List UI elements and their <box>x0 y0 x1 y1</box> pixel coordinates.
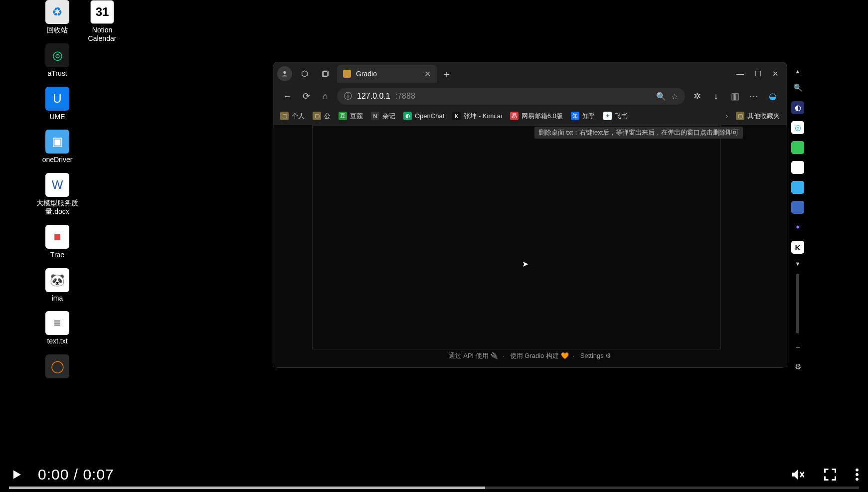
search-in-page-icon[interactable]: 🔍 <box>656 92 666 101</box>
collections-icon[interactable]: ▥ <box>728 89 742 103</box>
desktop-icon-label: Notion Calendar <box>80 26 125 43</box>
play-button[interactable] <box>9 467 24 482</box>
extensions-icon[interactable]: ✲ <box>690 89 704 103</box>
trae-icon: ■ <box>45 225 69 249</box>
desktop-icon-onedriver[interactable]: ▣ oneDriver <box>35 130 80 164</box>
video-menu-button[interactable] <box>855 467 859 482</box>
reload-button[interactable]: ⟳ <box>299 89 313 103</box>
tab-favicon-icon <box>343 70 351 78</box>
gradio-content-area: 删除桌面 txt：右键text后，等弹窗出来后，在弹出的窗口点击删除即可 ➤ <box>312 125 721 349</box>
desktop-icon-atrust[interactable]: ◎ aTrust <box>35 43 80 78</box>
url-box[interactable]: ⓘ 127.0.0.1:7888 🔍 ☆ <box>337 88 685 105</box>
bookmark-feishu[interactable]: ✦ 飞书 <box>603 112 628 121</box>
desktop-icon-ume[interactable]: U UME <box>35 87 80 121</box>
back-button[interactable]: ← <box>280 89 294 103</box>
site-icon: ◐ <box>403 112 412 120</box>
instruction-tooltip: 删除桌面 txt：右键text后，等弹窗出来后，在弹出的窗口点击删除即可 <box>534 127 743 139</box>
side-app2-icon[interactable]: ◎ <box>791 121 804 134</box>
bookmark-folder-personal[interactable]: ▢ 个人 <box>280 112 305 121</box>
side-settings-icon[interactable]: ⚙ <box>791 360 804 373</box>
atrust-icon: ◎ <box>45 43 69 67</box>
browser-side-panel: ▲ 🔍 ◐ ◎ ✦ K ▼ ＋ ⚙ <box>788 68 808 373</box>
desktop-icons-col2: 31 Notion Calendar <box>80 0 125 43</box>
bookmark-label: OpenChat <box>415 112 444 120</box>
side-app3-icon[interactable] <box>791 141 804 154</box>
bookmark-openchat[interactable]: ◐ OpenChat <box>403 112 444 120</box>
side-app7-icon[interactable]: ✦ <box>791 221 804 234</box>
side-scroll-down-icon[interactable]: ▼ <box>795 261 801 267</box>
desktop-icon-label: 大模型服务质量.docx <box>35 199 80 216</box>
desktop-icon-notion-calendar[interactable]: 31 Notion Calendar <box>80 0 125 43</box>
footer-settings-link[interactable]: Settings ⚙ <box>580 352 612 359</box>
bookmark-notes[interactable]: N 杂记 <box>371 112 395 121</box>
downloads-icon[interactable]: ↓ <box>709 89 723 103</box>
bookmark-overflow-chevron-icon[interactable]: › <box>726 112 728 120</box>
side-add-icon[interactable]: ＋ <box>791 340 804 353</box>
side-scrollbar[interactable] <box>796 274 799 333</box>
tab-close-icon[interactable]: ✕ <box>424 69 431 79</box>
footer-built-link[interactable]: 使用 Gradio 构建 🧡 <box>510 352 569 359</box>
video-progress-bar[interactable] <box>9 487 859 489</box>
desktop-icon-ima[interactable]: 🐼 ima <box>35 268 80 303</box>
bookmark-folder-work[interactable]: ▢ 公 <box>313 112 331 121</box>
desktop-icon-label: aTrust <box>47 69 67 78</box>
desktop-icon-label: UME <box>49 113 65 121</box>
calendar-icon: 31 <box>90 0 114 24</box>
cursor-icon: ➤ <box>522 259 528 269</box>
bookmark-label: 杂记 <box>382 112 395 121</box>
bookmark-zhihu[interactable]: 知 知乎 <box>571 112 595 121</box>
maximize-button[interactable]: ☐ <box>755 69 761 78</box>
bookmark-kimi[interactable]: K 张坤 - Kimi.ai <box>452 112 502 121</box>
side-app6-icon[interactable] <box>791 201 804 214</box>
profile-icon[interactable] <box>277 66 292 81</box>
site-icon: 知 <box>571 112 579 120</box>
folder-icon: ▢ <box>736 112 744 120</box>
desktop-icon-label: Trae <box>50 251 64 259</box>
workspaces-icon[interactable] <box>297 66 312 81</box>
site-info-icon[interactable]: ⓘ <box>344 91 352 102</box>
fullscreen-button[interactable] <box>823 467 837 482</box>
url-port: :7888 <box>395 92 415 101</box>
bookmark-label: 网易邮箱6.0版 <box>521 112 563 121</box>
bookmark-other-folder[interactable]: ▢ 其他收藏夹 <box>736 112 780 121</box>
browser-tab[interactable]: Gradio ✕ <box>337 65 437 83</box>
side-app4-icon[interactable] <box>791 161 804 174</box>
minimize-button[interactable]: — <box>736 69 744 78</box>
bookmark-star-icon[interactable]: ☆ <box>671 92 678 101</box>
menu-button[interactable]: ⋯ <box>747 89 761 103</box>
side-app8-icon[interactable]: K <box>791 241 804 254</box>
titlebar-left <box>277 66 332 81</box>
titlebar: Gradio ✕ ＋ — ☐ ✕ <box>273 62 787 85</box>
tab-title: Gradio <box>356 70 377 78</box>
desktop-icon-openvpn[interactable]: ◯ <box>35 354 80 380</box>
copilot-icon[interactable]: ◒ <box>766 89 780 103</box>
desktop-icon-trae[interactable]: ■ Trae <box>35 225 80 259</box>
side-search-icon[interactable]: 🔍 <box>791 81 804 94</box>
openvpn-icon: ◯ <box>45 354 69 378</box>
url-host: 127.0.0.1 <box>357 92 390 101</box>
close-window-button[interactable]: ✕ <box>772 69 779 78</box>
side-scroll-up-icon[interactable]: ▲ <box>795 68 801 74</box>
tab-overview-icon[interactable] <box>317 66 332 81</box>
folder-icon: ▢ <box>280 112 289 120</box>
side-app1-icon[interactable]: ◐ <box>791 101 804 114</box>
svg-point-6 <box>856 473 859 476</box>
mute-button[interactable] <box>790 467 805 482</box>
new-tab-button[interactable]: ＋ <box>442 67 452 81</box>
site-icon: N <box>371 112 379 120</box>
desktop-icon-recycle[interactable]: ♻ 回收站 <box>35 0 80 34</box>
bookmark-label: 豆蔻 <box>350 112 363 121</box>
bookmark-label: 其他收藏夹 <box>747 112 780 121</box>
home-button[interactable]: ⌂ <box>318 89 332 103</box>
bookmark-douban[interactable]: 豆 豆蔻 <box>339 112 363 121</box>
ima-icon: 🐼 <box>45 268 69 292</box>
side-app5-icon[interactable] <box>791 181 804 194</box>
footer-api-link[interactable]: 通过 API 使用 🔌 <box>449 352 499 359</box>
bookmark-163mail[interactable]: 易 网易邮箱6.0版 <box>510 112 563 121</box>
desktop-icon-docx[interactable]: W 大模型服务质量.docx <box>35 173 80 216</box>
bookmark-label: 知乎 <box>582 112 595 121</box>
ume-icon: U <box>45 87 69 111</box>
folder-icon: ▣ <box>45 130 69 154</box>
svg-point-0 <box>283 71 286 74</box>
desktop-icon-text[interactable]: ≡ text.txt <box>35 311 80 345</box>
